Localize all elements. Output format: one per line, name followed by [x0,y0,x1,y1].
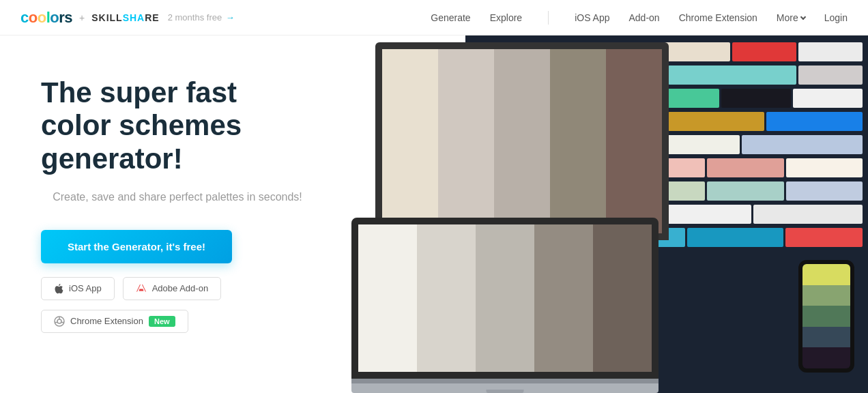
laptop-base [351,383,659,393]
laptop-hinge [351,379,659,383]
nav-login-link[interactable]: Login [824,12,848,23]
promo-text: 2 months free → [168,12,235,23]
phone-swatch-4 [802,327,850,348]
ios-app-button[interactable]: iOS App [41,277,115,300]
promo-arrow-icon: → [226,12,235,23]
new-badge: New [149,316,175,327]
phone-screen [798,260,854,373]
palette-swatch [766,112,863,131]
palette-swatch [742,135,863,154]
nav-more-menu[interactable]: More [777,12,805,23]
nav-explore-link[interactable]: Explore [490,12,522,23]
nav-chrome-link[interactable]: Chrome Extension [679,12,757,23]
palette-swatch [785,228,863,247]
chevron-down-icon [800,14,805,19]
monitor-swatch-3 [494,49,550,233]
nav-addon-link[interactable]: Add-on [629,12,660,23]
skillshare-logo: SKILLSHARE [91,12,159,24]
svg-point-1 [57,319,61,323]
laptop [351,218,659,393]
laptop-swatch-2 [417,224,476,372]
hero-subtitle: Create, save and share perfect palettes … [41,189,314,205]
monitor-swatch-4 [550,49,606,233]
palette-swatch [707,181,783,201]
apple-icon [54,283,63,294]
palette-swatch [793,89,863,108]
laptop-swatch-5 [593,224,652,372]
palette-swatch [798,42,863,61]
hero-title: The super fast color schemes generator! [41,76,314,175]
palette-swatch [668,112,764,131]
logo: coolors + SKILLSHARE 2 months free → [20,9,235,27]
palette-swatch [732,42,796,61]
hero-content: The super fast color schemes generator! … [0,35,314,393]
phone-swatch-1 [802,264,850,285]
logo-text: coolors [20,9,72,27]
start-generator-button[interactable]: Start the Generator, it's free! [41,230,232,263]
phone-swatch-5 [802,347,850,368]
adobe-addon-button[interactable]: Adobe Add-on [123,277,221,300]
laptop-swatch-1 [358,224,417,372]
monitor-swatch-2 [438,49,494,233]
monitor-swatch-5 [606,49,662,233]
phone-swatch-3 [802,306,850,327]
adobe-icon [136,283,147,294]
phone [798,260,854,373]
laptop-swatch-4 [534,224,593,372]
palette-swatch [721,89,791,108]
nav-plus: + [79,12,85,23]
navbar: coolors + SKILLSHARE 2 months free → Gen… [0,0,868,35]
palette-swatch [707,158,783,177]
palette-swatch [668,66,796,85]
palette-swatch [687,228,783,247]
hero-illustration [314,35,868,393]
chrome-icon [54,316,65,327]
monitor-swatch-1 [382,49,438,233]
laptop-swatch-3 [476,224,534,372]
hero-section: The super fast color schemes generator! … [0,35,868,393]
palette-swatch [786,158,863,177]
nav-generate-link[interactable]: Generate [431,12,470,23]
nav-ios-link[interactable]: iOS App [575,12,609,23]
laptop-notch [487,390,524,393]
palette-swatch [753,205,863,224]
chrome-extension-button[interactable]: Chrome Extension New [41,310,188,333]
palette-swatch [786,181,863,201]
palette-swatch [798,66,863,85]
laptop-screen [351,218,659,379]
phone-swatch-2 [802,285,850,306]
nav-divider [548,11,549,25]
app-buttons-row: iOS App Adobe Add-on [41,277,314,300]
